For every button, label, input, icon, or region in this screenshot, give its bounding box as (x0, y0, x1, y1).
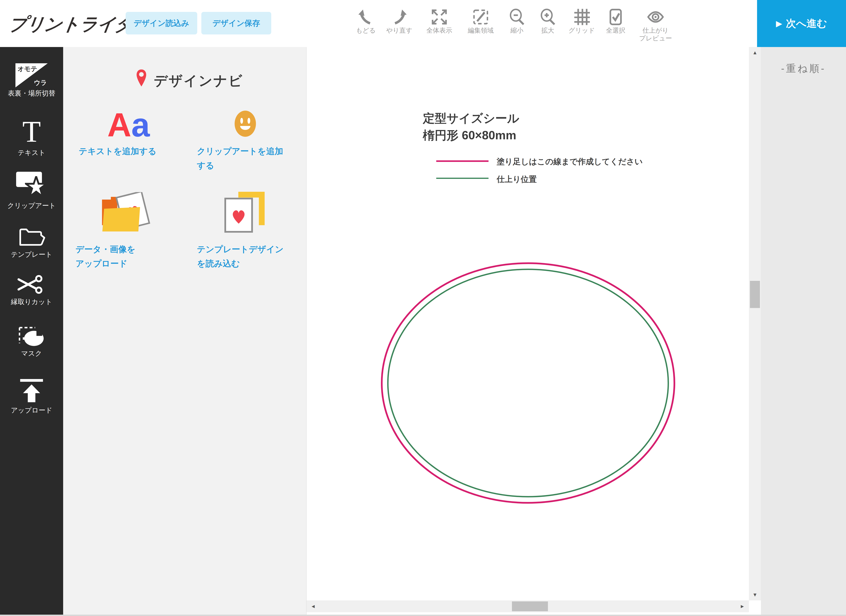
navi-load-template-label[interactable]: テンプレートデザイン を読み込む (197, 242, 283, 271)
smiley-icon (232, 110, 258, 137)
sidebar-item-template[interactable]: テンプレート (0, 227, 63, 258)
folder-photo-icon (100, 192, 157, 233)
eye-icon (647, 8, 664, 26)
sticker-size-title: 定型サイズシール 楕円形 60×80mm (423, 110, 519, 144)
clipart-icon (14, 172, 49, 200)
finish-ellipse (388, 269, 668, 497)
edit-area-icon (472, 8, 489, 26)
front-back-switch-icon: オモテ ウラ (15, 63, 48, 87)
toolbar-fit-view-button[interactable]: 全体表示 (417, 8, 461, 34)
template-card-icon (224, 191, 266, 233)
horizontal-scrollbar[interactable]: ◄ ► (307, 600, 749, 612)
zoom-out-icon (508, 8, 526, 26)
navi-upload-data-button[interactable] (100, 192, 157, 233)
undo-icon (357, 8, 375, 26)
navi-add-clipart-button[interactable] (232, 110, 258, 138)
bottom-edge-strip (0, 615, 846, 616)
scroll-left-arrow-icon[interactable]: ◄ (311, 604, 316, 609)
app-root: プリントライダー デザイン読込み デザイン保存 もどる やり直す (0, 0, 846, 616)
toolbar-select-all-button[interactable]: 全選択 (593, 8, 638, 34)
bleed-legend-label: 塗り足しはこの線まで作成してください (496, 156, 643, 167)
toolbar-redo-button[interactable]: やり直す (377, 8, 421, 34)
scissors-icon (17, 274, 46, 295)
expand-arrows-icon (430, 8, 448, 26)
next-step-label: 次へ進む (786, 17, 827, 30)
star-icon (25, 176, 47, 198)
sidebar-item-outline-cut[interactable]: 縁取りカット (0, 274, 63, 306)
sidebar-item-mask[interactable]: マスク (0, 326, 63, 357)
redo-icon (391, 8, 408, 26)
sidebar-item-upload[interactable]: アップロード (0, 378, 63, 414)
scroll-right-arrow-icon[interactable]: ► (740, 604, 745, 609)
finish-legend-label: 仕上り位置 (496, 174, 537, 185)
design-navi-title: デザインナビ (154, 72, 243, 90)
design-canvas[interactable]: 定型サイズシール 楕円形 60×80mm 塗り足しはこの線まで作成してください … (306, 47, 749, 615)
select-all-checkbox-icon (607, 8, 624, 26)
navi-add-text-button[interactable]: Aa (107, 108, 150, 142)
finish-legend-line (436, 177, 489, 179)
back-label: ウラ (34, 78, 47, 87)
upload-icon (18, 378, 45, 404)
navi-load-template-button[interactable] (224, 191, 266, 233)
tool-sidebar: オモテ ウラ 表裏・場所切替 T テキスト クリップアート テンプレート (0, 47, 63, 615)
text-icon: T (0, 116, 63, 147)
grid-icon (573, 8, 590, 26)
next-step-button[interactable]: ▶ 次へ進む (757, 0, 846, 47)
horizontal-scroll-thumb[interactable] (512, 601, 548, 611)
design-load-button[interactable]: デザイン読込み (126, 12, 197, 34)
folder-icon (18, 227, 45, 248)
vertical-scrollbar[interactable]: ▲ ▼ (749, 47, 761, 600)
front-label: オモテ (18, 65, 37, 73)
sticker-outline-artwork (379, 261, 677, 506)
sidebar-item-side-switch[interactable]: オモテ ウラ 表裏・場所切替 (0, 63, 63, 97)
layer-order-title: -重ね順- (761, 62, 846, 75)
bleed-ellipse (382, 263, 674, 503)
navi-add-text-label[interactable]: テキストを追加する (79, 144, 157, 158)
mask-icon (18, 326, 45, 347)
scroll-up-arrow-icon[interactable]: ▲ (752, 50, 758, 55)
bleed-legend-line (436, 160, 489, 162)
navi-add-clipart-label[interactable]: クリップアートを追加 する (197, 144, 283, 173)
navi-upload-data-label[interactable]: データ・画像を アップロード (75, 242, 136, 271)
layer-order-panel: -重ね順- (761, 47, 846, 616)
play-triangle-icon: ▶ (776, 19, 782, 28)
design-save-button[interactable]: デザイン保存 (201, 12, 271, 34)
design-navi-panel: デザインナビ Aa テキストを追加する クリップアートを追加 する (63, 47, 306, 615)
scroll-down-arrow-icon[interactable]: ▼ (752, 592, 758, 597)
sidebar-item-clipart[interactable]: クリップアート (0, 172, 63, 210)
zoom-in-icon (539, 8, 557, 26)
location-pin-icon (136, 69, 147, 92)
sidebar-item-text[interactable]: T テキスト (0, 116, 63, 157)
vertical-scroll-thumb[interactable] (750, 281, 760, 308)
toolbar-finish-preview-button[interactable]: 仕上がり プレビュー (633, 8, 678, 42)
header-bar: プリントライダー デザイン読込み デザイン保存 もどる やり直す (0, 0, 846, 47)
add-text-icon: Aa (107, 108, 150, 142)
